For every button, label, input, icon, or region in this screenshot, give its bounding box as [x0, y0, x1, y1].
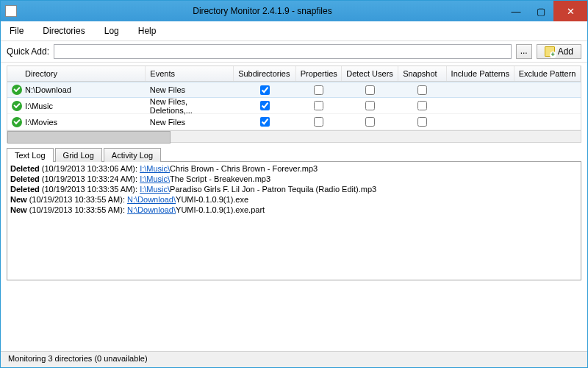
status-ok-icon — [12, 101, 22, 111]
log-timestamp: (10/19/2013 10:33:55 AM): — [29, 205, 127, 214]
log-action: Deleted — [10, 185, 40, 194]
log-timestamp: (10/19/2013 10:33:24 AM): — [42, 174, 140, 183]
grid-header: Directory Events Subdirectories Properti… — [7, 66, 581, 82]
events-cell: New Files — [146, 84, 234, 96]
detect-users-checkbox[interactable] — [365, 85, 375, 95]
table-row[interactable]: I:\MusicNew Files, Deletions,... — [7, 98, 581, 114]
log-entry: New (10/19/2013 10:33:55 AM): N:\Downloa… — [10, 194, 578, 205]
log-path-link[interactable]: I:\Music\ — [140, 164, 170, 173]
quick-add-input[interactable] — [54, 44, 512, 59]
table-row[interactable]: N:\DownloadNew Files — [7, 82, 581, 98]
log-entry: New (10/19/2013 10:33:55 AM): N:\Downloa… — [10, 205, 578, 215]
log-entry: Deleted (10/19/2013 10:33:24 AM): I:\Mus… — [10, 174, 578, 184]
directories-grid: Directory Events Subdirectories Properti… — [7, 66, 581, 131]
exclude-cell — [514, 105, 581, 107]
col-events[interactable]: Events — [146, 66, 234, 81]
log-tabs: Text Log Grid Log Activity Log — [7, 147, 581, 161]
include-cell — [446, 121, 514, 124]
dir-path: I:\Movies — [25, 118, 57, 127]
tab-grid-log[interactable]: Grid Log — [55, 148, 102, 162]
log-timestamp: (10/19/2013 10:33:55 AM): — [29, 195, 127, 204]
folder-add-icon — [545, 46, 555, 57]
log-action: Deleted — [10, 164, 40, 173]
log-file: YUMI-0.1.0.9(1).exe — [176, 195, 248, 204]
dir-path: I:\Music — [25, 102, 53, 110]
col-directory[interactable]: Directory — [7, 66, 146, 81]
col-include-patterns[interactable]: Include Patterns — [447, 66, 514, 81]
menu-bar: File Directories Log Help — [1, 21, 587, 41]
close-button[interactable]: ✕ — [553, 1, 587, 21]
maximize-button[interactable]: ▢ — [528, 1, 553, 21]
window-title: Directory Monitor 2.4.1.9 - snapfiles — [21, 6, 503, 16]
col-detect-users[interactable]: Detect Users — [342, 66, 398, 81]
quick-add-toolbar: Quick Add: ... Add — [1, 41, 587, 63]
quick-add-label: Quick Add: — [7, 46, 49, 57]
dir-path: N:\Download — [25, 85, 71, 94]
browse-button[interactable]: ... — [516, 44, 532, 59]
events-cell: New Files — [146, 116, 234, 128]
add-button-label: Add — [558, 46, 573, 57]
log-file: Paradiso Girls F. Lil Jon - Patron Tequi… — [170, 185, 376, 194]
add-button[interactable]: Add — [537, 44, 581, 59]
log-entry: Deleted (10/19/2013 10:33:06 AM): I:\Mus… — [10, 163, 578, 174]
properties-checkbox[interactable] — [314, 85, 323, 95]
snapshot-checkbox[interactable] — [417, 117, 427, 127]
exclude-cell — [514, 88, 581, 91]
app-icon — [5, 5, 17, 17]
menu-directories[interactable]: Directories — [40, 24, 87, 38]
status-ok-icon — [12, 117, 22, 127]
log-file: Chris Brown - Chris Brown - Forever.mp3 — [170, 164, 318, 173]
col-snapshot[interactable]: Snapshot — [398, 66, 446, 81]
menu-help[interactable]: Help — [135, 24, 159, 38]
snapshot-checkbox[interactable] — [417, 101, 427, 110]
log-action: New — [10, 195, 27, 204]
include-cell — [446, 105, 514, 107]
menu-file[interactable]: File — [7, 24, 26, 38]
col-properties[interactable]: Properties — [296, 66, 343, 81]
tab-text-log[interactable]: Text Log — [7, 148, 54, 162]
snapshot-checkbox[interactable] — [417, 85, 427, 95]
minimize-button[interactable]: — — [503, 1, 528, 21]
log-timestamp: (10/19/2013 10:33:35 AM): — [42, 185, 140, 194]
horizontal-scrollbar[interactable] — [7, 131, 581, 143]
menu-log[interactable]: Log — [101, 24, 122, 38]
log-timestamp: (10/19/2013 10:33:06 AM): — [42, 164, 140, 173]
table-row[interactable]: I:\MoviesNew Files — [7, 114, 581, 130]
detect-users-checkbox[interactable] — [365, 101, 375, 110]
detect-users-checkbox[interactable] — [365, 117, 375, 127]
log-path-link[interactable]: N:\Download\ — [127, 195, 176, 204]
log-path-link[interactable]: I:\Music\ — [140, 174, 170, 183]
log-file: YUMI-0.1.0.9(1).exe.part — [176, 205, 265, 214]
subdir-checkbox[interactable] — [260, 101, 270, 110]
col-subdirectories[interactable]: Subdirectories — [234, 66, 296, 81]
properties-checkbox[interactable] — [314, 117, 323, 127]
status-ok-icon — [12, 85, 22, 95]
properties-checkbox[interactable] — [314, 101, 323, 110]
events-cell: New Files, Deletions,... — [146, 96, 234, 116]
exclude-cell — [514, 121, 581, 124]
subdir-checkbox[interactable] — [260, 85, 270, 95]
tab-activity-log[interactable]: Activity Log — [104, 148, 161, 162]
log-file: The Script - Breakeven.mp3 — [170, 174, 270, 183]
log-path-link[interactable]: N:\Download\ — [127, 205, 176, 214]
log-entry: Deleted (10/19/2013 10:33:35 AM): I:\Mus… — [10, 184, 578, 194]
subdir-checkbox[interactable] — [260, 117, 270, 127]
text-log-panel[interactable]: Deleted (10/19/2013 10:33:06 AM): I:\Mus… — [7, 161, 581, 280]
status-bar: Monitoring 3 directories (0 unavailable) — [1, 351, 587, 367]
log-action: Deleted — [10, 174, 40, 183]
log-path-link[interactable]: I:\Music\ — [140, 185, 170, 194]
include-cell — [446, 88, 514, 91]
log-action: New — [10, 205, 27, 214]
title-bar: Directory Monitor 2.4.1.9 - snapfiles — … — [1, 1, 587, 21]
col-exclude-patterns[interactable]: Exclude Pattern — [514, 66, 581, 81]
